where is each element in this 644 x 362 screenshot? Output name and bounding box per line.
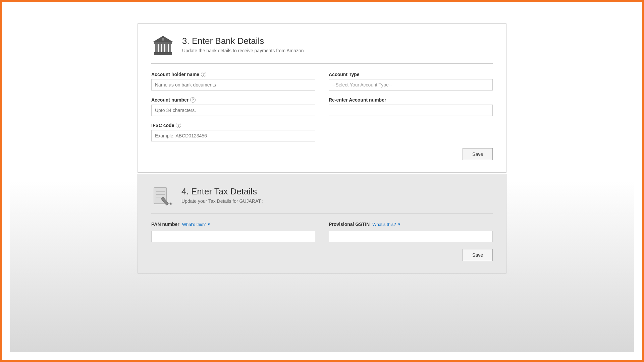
pan-label-row: PAN number What's this? ▼ bbox=[151, 222, 315, 227]
tax-section-subtitle: Update your Tax Details for GUJARAT : bbox=[181, 198, 263, 204]
account-type-label: Account Type bbox=[329, 72, 493, 77]
ifsc-spacer bbox=[329, 123, 493, 141]
bank-form-row-1: Account holder name ? Account Type --Sel… bbox=[151, 72, 493, 90]
ifsc-code-group: IFSC code ? bbox=[151, 123, 315, 141]
tax-save-button[interactable]: Save bbox=[463, 249, 493, 261]
ifsc-code-label: IFSC code ? bbox=[151, 123, 315, 128]
account-type-group: Account Type --Select Your Account Type-… bbox=[329, 72, 493, 90]
pan-number-label: PAN number bbox=[151, 222, 179, 227]
account-holder-name-label: Account holder name ? bbox=[151, 72, 315, 77]
svg-rect-0 bbox=[154, 52, 172, 55]
ifsc-code-help-icon[interactable]: ? bbox=[176, 123, 181, 128]
bank-section-header: 3. Enter Bank Details Update the bank de… bbox=[151, 34, 493, 64]
bank-form-actions: Save bbox=[151, 148, 493, 160]
tax-details-section: 4. Enter Tax Details Update your Tax Det… bbox=[138, 174, 506, 274]
tax-section-title: 4. Enter Tax Details bbox=[181, 186, 263, 197]
provisional-gstin-label: Provisional GSTIN bbox=[329, 222, 370, 227]
bank-icon bbox=[151, 34, 175, 57]
svg-rect-5 bbox=[169, 44, 171, 52]
tax-icon bbox=[151, 184, 174, 207]
svg-rect-4 bbox=[165, 44, 168, 52]
account-number-group: Account number ? bbox=[151, 97, 315, 116]
account-holder-name-input[interactable] bbox=[151, 79, 315, 90]
bank-save-button[interactable]: Save bbox=[463, 148, 493, 160]
bank-title-group: 3. Enter Bank Details Update the bank de… bbox=[182, 34, 304, 53]
re-enter-account-number-group: Re-enter Account number bbox=[329, 97, 493, 116]
tax-section-header: 4. Enter Tax Details Update your Tax Det… bbox=[151, 184, 493, 214]
tax-form-actions: Save bbox=[151, 249, 493, 261]
bank-section-subtitle: Update the bank details to receive payme… bbox=[182, 48, 304, 53]
ifsc-code-input[interactable] bbox=[151, 130, 315, 141]
account-number-input[interactable] bbox=[151, 105, 315, 116]
svg-rect-6 bbox=[154, 42, 172, 44]
pan-number-group: PAN number What's this? ▼ bbox=[151, 222, 315, 242]
tax-form-row-1: PAN number What's this? ▼ Provisional GS… bbox=[151, 222, 493, 242]
bank-form-row-2: Account number ? Re-enter Account number bbox=[151, 97, 493, 116]
page-wrapper: 3. Enter Bank Details Update the bank de… bbox=[10, 10, 634, 352]
account-holder-name-help-icon[interactable]: ? bbox=[201, 72, 206, 77]
re-enter-account-number-label: Re-enter Account number bbox=[329, 97, 493, 103]
re-enter-account-number-input[interactable] bbox=[329, 105, 493, 116]
provisional-gstin-input[interactable] bbox=[329, 231, 493, 242]
gstin-whats-this-link[interactable]: What's this? ▼ bbox=[372, 222, 401, 227]
bank-section-title: 3. Enter Bank Details bbox=[182, 36, 304, 46]
pan-number-input[interactable] bbox=[151, 231, 315, 242]
svg-rect-1 bbox=[155, 44, 158, 52]
tax-title-group: 4. Enter Tax Details Update your Tax Det… bbox=[181, 184, 263, 204]
account-holder-name-group: Account holder name ? bbox=[151, 72, 315, 90]
bank-form-row-3: IFSC code ? bbox=[151, 123, 493, 141]
account-number-help-icon[interactable]: ? bbox=[190, 97, 196, 103]
provisional-gstin-group: Provisional GSTIN What's this? ▼ bbox=[329, 222, 493, 242]
account-type-select[interactable]: --Select Your Account Type-- bbox=[329, 79, 493, 90]
svg-point-8 bbox=[162, 38, 164, 41]
bank-details-section: 3. Enter Bank Details Update the bank de… bbox=[138, 23, 506, 173]
pan-whats-this-arrow-icon: ▼ bbox=[207, 222, 211, 226]
gstin-whats-this-arrow-icon: ▼ bbox=[397, 222, 401, 226]
svg-rect-3 bbox=[162, 44, 164, 52]
pan-whats-this-link[interactable]: What's this? ▼ bbox=[182, 222, 211, 227]
account-number-label: Account number ? bbox=[151, 97, 315, 103]
gstin-label-row: Provisional GSTIN What's this? ▼ bbox=[329, 222, 493, 227]
svg-rect-2 bbox=[159, 44, 161, 52]
